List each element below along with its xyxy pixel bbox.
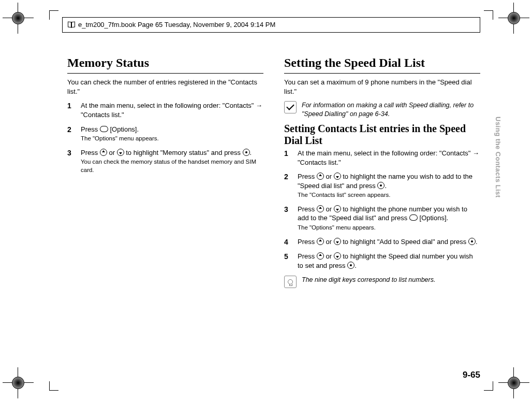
right-column: Setting the Speed Dial List You can set … [284,54,480,365]
step-text: to highlight "Add to Speed dial" and pre… [341,238,468,246]
step-body: Press or to highlight "Add to Speed dial… [298,237,480,247]
intro-text: You can set a maximum of 9 phone numbers… [284,78,480,96]
step-body: Press or to highlight the phone number y… [298,205,480,232]
section-heading-memory-status: Memory Status [67,54,263,71]
step-subtext: The "Contacts list" screen appears. [298,191,480,199]
content-area: Memory Status You can check the number o… [67,54,480,365]
page: e_tm200_7fm.book Page 65 Tuesday, Novemb… [0,0,532,401]
crop-mark-icon [484,381,493,391]
step-number: 2 [67,125,81,143]
step-number: 3 [67,148,81,175]
step-number: 2 [284,172,298,199]
step-item: 1 At the main menu, select in the follow… [284,149,480,167]
section-heading-speed-dial: Setting the Speed Dial List [284,54,480,71]
registration-mark-icon [3,367,34,398]
step-number: 1 [284,149,298,167]
running-header: e_tm200_7fm.book Page 65 Tuesday, Novemb… [62,17,480,33]
step-list: 1 At the main menu, select in the follow… [284,149,480,270]
step-item: 5 Press or to highlight the Speed dial n… [284,252,480,270]
step-item: 1 At the main menu, select in the follow… [67,101,263,119]
intro-text: You can check the number of entries regi… [67,78,263,96]
step-text: Press [81,149,100,156]
step-text: [Options]. [418,214,448,222]
step-body: At the main menu, select in the followin… [81,101,263,119]
crop-mark-icon [49,10,58,20]
step-body: Press or to highlight "Memory status" an… [81,148,263,175]
step-number: 5 [284,252,298,270]
step-item: 2 Press [Options]. The "Options" menu ap… [67,125,263,143]
registration-mark-icon [498,3,529,34]
note-text: The nine digit keys correspond to list n… [302,276,480,288]
step-text: or [324,252,334,260]
step-text: or [324,173,334,180]
step-text: "Contacts list." [298,159,341,166]
nav-down-icon [334,173,341,180]
step-text: . [385,182,387,190]
crop-mark-icon [49,381,58,391]
left-column: Memory Status You can check the number o… [67,54,263,365]
running-header-text: e_tm200_7fm.book Page 65 Tuesday, Novemb… [78,21,275,28]
step-text: to highlight "Memory status" and press [124,149,243,156]
step-subtext: The "Options" menu appears. [81,135,263,143]
step-list: 1 At the main menu, select in the follow… [67,101,263,174]
nav-down-icon [117,149,124,156]
nav-down-icon [334,252,341,260]
step-text: . [354,262,357,269]
step-text: Press [298,238,317,246]
step-body: Press [Options]. The "Options" menu appe… [81,125,263,143]
nav-up-icon [317,173,324,180]
crop-mark-icon [484,10,493,20]
step-text: [Options]. [108,125,139,133]
nav-up-icon [100,149,107,156]
tip-note: The nine digit keys correspond to list n… [284,276,480,288]
step-text: . [476,238,478,246]
nav-center-icon [468,238,476,245]
step-text: or [324,238,334,246]
step-item: 4 Press or to highlight "Add to Speed di… [284,237,480,247]
subsection-heading: Setting Contacts List entries in the Spe… [284,123,480,147]
nav-up-icon [317,252,324,260]
step-text: Press [298,173,317,180]
nav-down-icon [334,238,341,245]
note-text: For information on making a call with Sp… [302,101,480,119]
step-item: 3 Press or to highlight "Memory status" … [67,148,263,175]
nav-center-icon [243,149,250,156]
registration-mark-icon [3,3,34,34]
arrow-icon: → [256,102,262,109]
step-body: Press or to highlight the Speed dial num… [298,252,480,270]
nav-up-icon [317,205,324,212]
book-icon [68,22,75,27]
arrow-icon: → [472,149,479,157]
registration-mark-icon [498,367,529,398]
step-text: or [107,149,117,156]
step-text: Press [298,252,317,260]
step-text: At the main menu, select in the followin… [298,149,472,157]
step-number: 4 [284,237,298,247]
step-text: At the main menu, select in the followin… [81,102,256,109]
page-number: 9-65 [463,370,480,380]
step-text: "Contacts list." [81,111,124,119]
info-note: For information on making a call with Sp… [284,101,480,119]
heading-rule [67,73,263,74]
step-text: Press [298,205,317,213]
step-number: 3 [284,205,298,232]
step-text: . [250,149,252,156]
section-side-tab: Using the Contacts List [494,117,502,198]
lightbulb-icon [284,276,297,288]
softkey-icon [409,214,418,221]
step-item: 3 Press or to highlight the phone number… [284,205,480,232]
softkey-icon [100,126,108,132]
step-item: 2 Press or to highlight the name you wis… [284,172,480,199]
checkmark-icon [284,101,297,113]
step-subtext: The "Options" menu appears. [298,224,480,232]
nav-center-icon [377,182,385,189]
nav-up-icon [317,238,324,245]
step-subtext: You can check the memory status of the h… [81,158,263,174]
step-text: or [324,205,334,213]
nav-down-icon [334,205,341,212]
step-body: Press or to highlight the name you wish … [298,172,480,199]
step-body: At the main menu, select in the followin… [298,149,480,167]
step-text: Press [81,125,100,133]
heading-rule [284,73,480,74]
nav-center-icon [347,262,354,269]
